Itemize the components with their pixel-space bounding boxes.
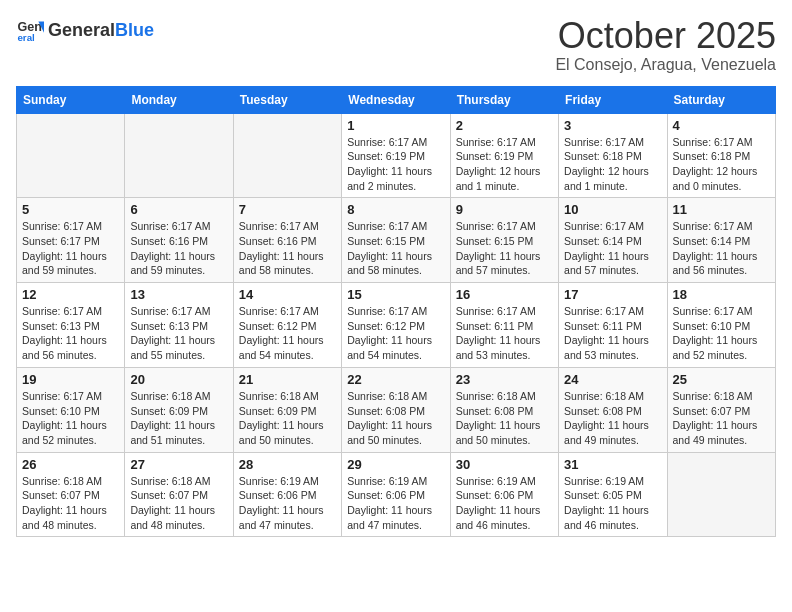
calendar-cell: 15Sunrise: 6:17 AM Sunset: 6:12 PM Dayli… xyxy=(342,283,450,368)
page-header: Gen eral GeneralBlue October 2025 El Con… xyxy=(16,16,776,74)
day-number: 28 xyxy=(239,457,336,472)
calendar-cell: 9Sunrise: 6:17 AM Sunset: 6:15 PM Daylig… xyxy=(450,198,558,283)
day-info: Sunrise: 6:17 AM Sunset: 6:11 PM Dayligh… xyxy=(456,304,553,363)
calendar-cell: 4Sunrise: 6:17 AM Sunset: 6:18 PM Daylig… xyxy=(667,113,775,198)
calendar-cell: 26Sunrise: 6:18 AM Sunset: 6:07 PM Dayli… xyxy=(17,452,125,537)
day-number: 11 xyxy=(673,202,770,217)
location-title: El Consejo, Aragua, Venezuela xyxy=(555,56,776,74)
calendar-week-row: 12Sunrise: 6:17 AM Sunset: 6:13 PM Dayli… xyxy=(17,283,776,368)
day-number: 18 xyxy=(673,287,770,302)
calendar-cell: 3Sunrise: 6:17 AM Sunset: 6:18 PM Daylig… xyxy=(559,113,667,198)
calendar-cell: 27Sunrise: 6:18 AM Sunset: 6:07 PM Dayli… xyxy=(125,452,233,537)
calendar-cell xyxy=(233,113,341,198)
weekday-header-thursday: Thursday xyxy=(450,86,558,113)
day-info: Sunrise: 6:19 AM Sunset: 6:05 PM Dayligh… xyxy=(564,474,661,533)
calendar-cell xyxy=(667,452,775,537)
day-number: 25 xyxy=(673,372,770,387)
logo-icon: Gen eral xyxy=(16,16,44,44)
logo: Gen eral GeneralBlue xyxy=(16,16,154,44)
calendar-week-row: 26Sunrise: 6:18 AM Sunset: 6:07 PM Dayli… xyxy=(17,452,776,537)
day-info: Sunrise: 6:17 AM Sunset: 6:19 PM Dayligh… xyxy=(456,135,553,194)
calendar-cell: 30Sunrise: 6:19 AM Sunset: 6:06 PM Dayli… xyxy=(450,452,558,537)
day-info: Sunrise: 6:18 AM Sunset: 6:07 PM Dayligh… xyxy=(22,474,119,533)
calendar-cell: 31Sunrise: 6:19 AM Sunset: 6:05 PM Dayli… xyxy=(559,452,667,537)
weekday-header-sunday: Sunday xyxy=(17,86,125,113)
weekday-header-wednesday: Wednesday xyxy=(342,86,450,113)
day-info: Sunrise: 6:17 AM Sunset: 6:16 PM Dayligh… xyxy=(239,219,336,278)
day-info: Sunrise: 6:17 AM Sunset: 6:18 PM Dayligh… xyxy=(564,135,661,194)
day-info: Sunrise: 6:17 AM Sunset: 6:10 PM Dayligh… xyxy=(673,304,770,363)
calendar-cell: 19Sunrise: 6:17 AM Sunset: 6:10 PM Dayli… xyxy=(17,367,125,452)
day-number: 22 xyxy=(347,372,444,387)
day-info: Sunrise: 6:18 AM Sunset: 6:07 PM Dayligh… xyxy=(130,474,227,533)
day-number: 4 xyxy=(673,118,770,133)
day-number: 26 xyxy=(22,457,119,472)
calendar-week-row: 19Sunrise: 6:17 AM Sunset: 6:10 PM Dayli… xyxy=(17,367,776,452)
day-number: 23 xyxy=(456,372,553,387)
day-number: 10 xyxy=(564,202,661,217)
day-number: 15 xyxy=(347,287,444,302)
calendar-cell: 10Sunrise: 6:17 AM Sunset: 6:14 PM Dayli… xyxy=(559,198,667,283)
svg-text:eral: eral xyxy=(17,32,35,43)
day-info: Sunrise: 6:17 AM Sunset: 6:12 PM Dayligh… xyxy=(347,304,444,363)
day-number: 17 xyxy=(564,287,661,302)
month-title: October 2025 xyxy=(555,16,776,56)
weekday-header-tuesday: Tuesday xyxy=(233,86,341,113)
day-number: 13 xyxy=(130,287,227,302)
day-number: 12 xyxy=(22,287,119,302)
calendar-cell: 23Sunrise: 6:18 AM Sunset: 6:08 PM Dayli… xyxy=(450,367,558,452)
calendar-cell: 29Sunrise: 6:19 AM Sunset: 6:06 PM Dayli… xyxy=(342,452,450,537)
day-number: 2 xyxy=(456,118,553,133)
day-number: 8 xyxy=(347,202,444,217)
day-info: Sunrise: 6:18 AM Sunset: 6:08 PM Dayligh… xyxy=(347,389,444,448)
day-number: 1 xyxy=(347,118,444,133)
day-number: 19 xyxy=(22,372,119,387)
day-number: 3 xyxy=(564,118,661,133)
calendar-cell: 14Sunrise: 6:17 AM Sunset: 6:12 PM Dayli… xyxy=(233,283,341,368)
calendar-week-row: 5Sunrise: 6:17 AM Sunset: 6:17 PM Daylig… xyxy=(17,198,776,283)
day-info: Sunrise: 6:17 AM Sunset: 6:19 PM Dayligh… xyxy=(347,135,444,194)
calendar-table: SundayMondayTuesdayWednesdayThursdayFrid… xyxy=(16,86,776,538)
calendar-cell: 24Sunrise: 6:18 AM Sunset: 6:08 PM Dayli… xyxy=(559,367,667,452)
day-number: 5 xyxy=(22,202,119,217)
calendar-cell: 2Sunrise: 6:17 AM Sunset: 6:19 PM Daylig… xyxy=(450,113,558,198)
day-number: 14 xyxy=(239,287,336,302)
weekday-header-row: SundayMondayTuesdayWednesdayThursdayFrid… xyxy=(17,86,776,113)
title-block: October 2025 El Consejo, Aragua, Venezue… xyxy=(555,16,776,74)
calendar-cell: 22Sunrise: 6:18 AM Sunset: 6:08 PM Dayli… xyxy=(342,367,450,452)
day-info: Sunrise: 6:19 AM Sunset: 6:06 PM Dayligh… xyxy=(347,474,444,533)
day-info: Sunrise: 6:19 AM Sunset: 6:06 PM Dayligh… xyxy=(456,474,553,533)
day-info: Sunrise: 6:17 AM Sunset: 6:13 PM Dayligh… xyxy=(22,304,119,363)
day-info: Sunrise: 6:17 AM Sunset: 6:16 PM Dayligh… xyxy=(130,219,227,278)
calendar-cell: 12Sunrise: 6:17 AM Sunset: 6:13 PM Dayli… xyxy=(17,283,125,368)
day-info: Sunrise: 6:18 AM Sunset: 6:09 PM Dayligh… xyxy=(130,389,227,448)
day-number: 16 xyxy=(456,287,553,302)
calendar-cell: 8Sunrise: 6:17 AM Sunset: 6:15 PM Daylig… xyxy=(342,198,450,283)
calendar-cell: 20Sunrise: 6:18 AM Sunset: 6:09 PM Dayli… xyxy=(125,367,233,452)
calendar-cell: 7Sunrise: 6:17 AM Sunset: 6:16 PM Daylig… xyxy=(233,198,341,283)
calendar-cell: 13Sunrise: 6:17 AM Sunset: 6:13 PM Dayli… xyxy=(125,283,233,368)
calendar-cell: 17Sunrise: 6:17 AM Sunset: 6:11 PM Dayli… xyxy=(559,283,667,368)
day-info: Sunrise: 6:17 AM Sunset: 6:15 PM Dayligh… xyxy=(347,219,444,278)
day-info: Sunrise: 6:18 AM Sunset: 6:09 PM Dayligh… xyxy=(239,389,336,448)
calendar-week-row: 1Sunrise: 6:17 AM Sunset: 6:19 PM Daylig… xyxy=(17,113,776,198)
day-info: Sunrise: 6:18 AM Sunset: 6:08 PM Dayligh… xyxy=(456,389,553,448)
calendar-cell: 11Sunrise: 6:17 AM Sunset: 6:14 PM Dayli… xyxy=(667,198,775,283)
day-number: 21 xyxy=(239,372,336,387)
day-number: 24 xyxy=(564,372,661,387)
calendar-cell xyxy=(17,113,125,198)
weekday-header-monday: Monday xyxy=(125,86,233,113)
calendar-cell: 18Sunrise: 6:17 AM Sunset: 6:10 PM Dayli… xyxy=(667,283,775,368)
day-number: 29 xyxy=(347,457,444,472)
calendar-cell xyxy=(125,113,233,198)
day-info: Sunrise: 6:17 AM Sunset: 6:13 PM Dayligh… xyxy=(130,304,227,363)
weekday-header-friday: Friday xyxy=(559,86,667,113)
day-info: Sunrise: 6:17 AM Sunset: 6:18 PM Dayligh… xyxy=(673,135,770,194)
logo-blue: Blue xyxy=(115,20,154,41)
calendar-cell: 16Sunrise: 6:17 AM Sunset: 6:11 PM Dayli… xyxy=(450,283,558,368)
day-info: Sunrise: 6:17 AM Sunset: 6:14 PM Dayligh… xyxy=(564,219,661,278)
logo-general: General xyxy=(48,20,115,41)
day-info: Sunrise: 6:17 AM Sunset: 6:11 PM Dayligh… xyxy=(564,304,661,363)
weekday-header-saturday: Saturday xyxy=(667,86,775,113)
day-info: Sunrise: 6:18 AM Sunset: 6:08 PM Dayligh… xyxy=(564,389,661,448)
